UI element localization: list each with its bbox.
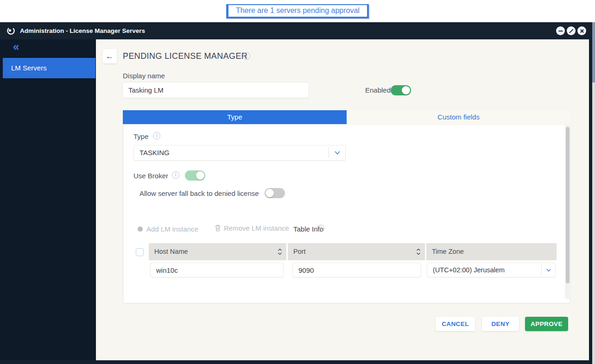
column-header-time-zone[interactable]: Time Zone bbox=[426, 243, 557, 260]
approve-button[interactable]: APPROVE bbox=[525, 317, 568, 331]
enabled-label: Enabled bbox=[365, 86, 391, 94]
page-scrollbar-thumb[interactable] bbox=[592, 22, 595, 82]
host-name-header-label: Host Name bbox=[154, 248, 188, 255]
main-content: ← PENDING LICENSE MANAGER Display name E… bbox=[96, 39, 589, 360]
trash-icon bbox=[215, 224, 221, 232]
remove-lm-instance-button[interactable]: Remove LM instance bbox=[215, 224, 289, 232]
admin-window: Administration - License Manager Servers… bbox=[0, 22, 593, 364]
use-broker-info-icon[interactable] bbox=[172, 171, 179, 179]
fallback-label: Allow server fall back to denied license bbox=[139, 189, 259, 197]
add-lm-instance-label: Add LM instance bbox=[146, 225, 198, 233]
close-icon[interactable] bbox=[577, 26, 586, 35]
time-zone-header-label: Time Zone bbox=[432, 248, 464, 255]
type-dropdown[interactable]: TASKING bbox=[133, 145, 346, 161]
cancel-button[interactable]: CANCEL bbox=[436, 317, 475, 331]
use-broker-toggle-knob bbox=[196, 171, 204, 180]
add-lm-instance-button[interactable]: Add LM instance bbox=[138, 225, 198, 233]
table-info-icon[interactable] bbox=[317, 225, 324, 232]
time-zone-dropdown[interactable]: (UTC+02:00) Jerusalem bbox=[427, 263, 556, 277]
sort-icon[interactable] bbox=[416, 248, 421, 255]
column-header-port[interactable]: Port bbox=[288, 243, 425, 260]
type-label: Type bbox=[133, 132, 149, 140]
tab-type[interactable]: Type bbox=[123, 110, 347, 124]
sort-icon[interactable] bbox=[278, 248, 282, 255]
chevron-down-icon bbox=[546, 268, 551, 272]
type-info-icon[interactable] bbox=[153, 132, 160, 139]
chevron-down-icon bbox=[334, 151, 341, 155]
type-dropdown-caret[interactable] bbox=[329, 147, 345, 158]
window-titlebar: Administration - License Manager Servers bbox=[0, 22, 593, 39]
fallback-toggle-knob bbox=[266, 189, 274, 197]
page-title: PENDING LICENSE MANAGER bbox=[123, 51, 247, 61]
page-scrollbar[interactable] bbox=[592, 22, 595, 364]
sidebar-item-lm-servers[interactable]: LM Servers bbox=[3, 58, 95, 78]
screen: There are 1 servers pending approval Adm… bbox=[0, 0, 595, 364]
deny-button[interactable]: DENY bbox=[482, 317, 519, 331]
tab-custom-fields[interactable]: Custom fields bbox=[347, 110, 570, 124]
sidebar-collapse-icon[interactable]: « bbox=[13, 41, 19, 52]
fallback-toggle[interactable] bbox=[265, 188, 285, 198]
select-all-checkbox[interactable] bbox=[136, 248, 144, 256]
display-name-label: Display name bbox=[123, 72, 165, 80]
port-header-label: Port bbox=[293, 248, 306, 255]
block-icon[interactable] bbox=[567, 26, 576, 35]
page-title-info-icon[interactable] bbox=[243, 52, 250, 60]
back-button[interactable]: ← bbox=[102, 49, 117, 63]
host-name-cell-input[interactable] bbox=[150, 263, 284, 277]
type-tab-panel: Type TASKING Use Broker Allow server fal… bbox=[123, 125, 570, 303]
use-broker-label: Use Broker bbox=[133, 172, 168, 180]
sidebar: « LM Servers bbox=[0, 39, 96, 360]
app-logo-icon bbox=[6, 26, 16, 36]
tab-bar: Type Custom fields bbox=[123, 110, 570, 124]
port-cell-input[interactable] bbox=[292, 263, 421, 277]
column-header-host-name[interactable]: Host Name bbox=[149, 243, 286, 260]
window-controls bbox=[556, 26, 586, 35]
enabled-toggle-knob bbox=[402, 86, 410, 94]
panel-scrollbar-thumb[interactable] bbox=[566, 127, 570, 283]
add-icon bbox=[138, 226, 143, 232]
display-name-input[interactable] bbox=[122, 82, 309, 98]
type-dropdown-value: TASKING bbox=[139, 145, 170, 160]
enabled-toggle[interactable] bbox=[391, 85, 411, 95]
time-zone-value: (UTC+02:00) Jerusalem bbox=[433, 263, 505, 277]
time-zone-dropdown-caret[interactable] bbox=[541, 265, 555, 275]
minimize-icon[interactable] bbox=[556, 26, 565, 35]
window-title: Administration - License Manager Servers bbox=[20, 27, 145, 34]
remove-lm-instance-label: Remove LM instance bbox=[224, 224, 289, 232]
pending-approval-banner[interactable]: There are 1 servers pending approval bbox=[226, 4, 369, 19]
use-broker-toggle[interactable] bbox=[185, 170, 205, 181]
